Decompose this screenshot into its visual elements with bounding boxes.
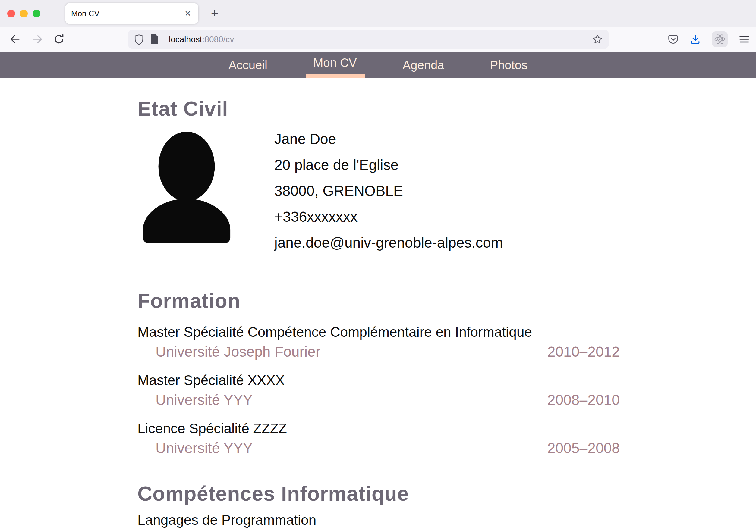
reload-icon xyxy=(53,33,65,45)
downloads-button[interactable] xyxy=(690,34,701,45)
back-button[interactable] xyxy=(9,33,21,45)
site-navbar: Accueil Mon CV Agenda Photos xyxy=(0,52,756,78)
browser-window: Mon CV ✕ + xyxy=(0,0,756,532)
skill-group: Langages de Programmation Java, Swift, C… xyxy=(137,512,620,532)
browser-tab[interactable]: Mon CV ✕ xyxy=(65,3,198,24)
cv-page: Etat Civil Jane Doe 20 place de l'Eglise… xyxy=(0,96,620,532)
page-info-icon[interactable] xyxy=(150,34,159,45)
page-icon xyxy=(150,34,159,45)
person-silhouette-icon xyxy=(137,129,236,243)
education-title: Master Spécialité XXXX xyxy=(137,371,620,389)
section-heading-etat-civil: Etat Civil xyxy=(137,96,620,120)
url-host: localhost xyxy=(169,34,202,44)
browser-toolbar: localhost:8080/cv xyxy=(0,27,756,52)
back-arrow-icon xyxy=(9,33,21,45)
education-title: Master Spécialité Compétence Complémenta… xyxy=(137,323,620,341)
window-controls xyxy=(7,9,40,17)
new-tab-button[interactable]: + xyxy=(206,5,223,22)
tab-title: Mon CV xyxy=(71,9,183,18)
reload-button[interactable] xyxy=(53,33,65,45)
forward-button[interactable] xyxy=(31,33,43,45)
section-heading-competences: Compétences Informatique xyxy=(137,481,620,505)
address-bar[interactable]: localhost:8080/cv xyxy=(128,30,609,49)
contact-address1: 20 place de l'Eglise xyxy=(274,157,503,173)
browser-tab-strip: Mon CV ✕ + xyxy=(0,0,756,27)
education-dates: 2010–2012 xyxy=(547,343,620,361)
url-path: :8080/cv xyxy=(202,34,234,44)
education-title: Licence Spécialité ZZZZ xyxy=(137,419,620,437)
education-entry: Master Spécialité XXXX Université YYY 20… xyxy=(137,371,620,409)
education-organization: Université YYY xyxy=(155,439,253,457)
download-icon xyxy=(690,34,701,45)
url-text[interactable]: localhost:8080/cv xyxy=(169,34,234,44)
etat-civil-block: Jane Doe 20 place de l'Eglise 38000, GRE… xyxy=(137,129,620,261)
hamburger-menu-icon xyxy=(739,34,750,44)
forward-arrow-icon xyxy=(31,33,43,45)
skill-group-title: Langages de Programmation xyxy=(137,512,620,528)
pocket-icon xyxy=(667,34,679,45)
nav-item-photos[interactable]: Photos xyxy=(482,52,535,78)
menu-button[interactable] xyxy=(739,34,750,44)
extension-button[interactable] xyxy=(712,31,728,47)
education-dates: 2008–2010 xyxy=(547,391,620,409)
section-heading-formation: Formation xyxy=(137,289,620,313)
bookmark-star-button[interactable] xyxy=(592,34,603,45)
contact-email: jane.doe@univ-grenoble-alpes.com xyxy=(274,235,503,251)
star-icon xyxy=(592,34,603,45)
nav-item-mon-cv[interactable]: Mon CV xyxy=(305,52,365,78)
education-organization: Université Joseph Fourier xyxy=(155,343,320,361)
pocket-button[interactable] xyxy=(667,34,679,45)
react-devtools-atom-icon xyxy=(714,33,726,45)
nav-item-agenda[interactable]: Agenda xyxy=(395,52,452,78)
education-dates: 2005–2008 xyxy=(547,439,620,457)
contact-info: Jane Doe 20 place de l'Eglise 38000, GRE… xyxy=(274,129,503,261)
education-entry: Licence Spécialité ZZZZ Université YYY 2… xyxy=(137,419,620,457)
avatar xyxy=(137,129,236,243)
toolbar-right-icons xyxy=(667,27,750,52)
contact-name: Jane Doe xyxy=(274,131,503,147)
education-organization: Université YYY xyxy=(155,391,253,409)
nav-item-accueil[interactable]: Accueil xyxy=(221,52,275,78)
contact-address2: 38000, GRENOBLE xyxy=(274,183,503,199)
window-close-button[interactable] xyxy=(7,9,15,17)
window-minimize-button[interactable] xyxy=(20,9,28,17)
window-zoom-button[interactable] xyxy=(33,9,40,17)
shield-icon[interactable] xyxy=(134,34,144,45)
tab-close-icon[interactable]: ✕ xyxy=(183,9,192,19)
contact-phone: +336xxxxxxx xyxy=(274,209,503,225)
education-entry: Master Spécialité Compétence Complémenta… xyxy=(137,323,620,361)
